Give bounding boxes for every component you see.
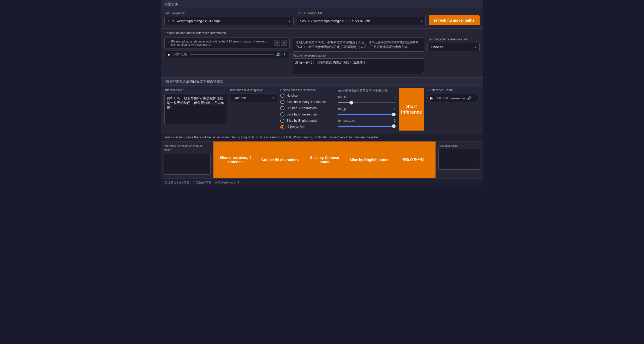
start-inference-group: Start inference xyxy=(399,88,424,131)
temperature-header: temperature 1 xyxy=(338,119,396,122)
audio-time: 0:00 / 0:03 xyxy=(173,53,188,56)
slice-4sent[interactable]: Slice once every 4 sentences xyxy=(280,100,335,104)
slicer-en-punct-button[interactable]: Slice by English punct xyxy=(347,142,391,178)
language-label: Language for reference audio xyxy=(427,38,480,41)
top-p-slider[interactable] xyxy=(338,114,396,115)
inference-row: Inference text Inference text language C… xyxy=(164,88,480,131)
app-container: 模型切换 GPT weight list GPT_weights/paimeng… xyxy=(161,0,483,187)
upload-hint: ♪ Please upload a reference audio within… xyxy=(164,38,290,48)
audio-progress-bar[interactable] xyxy=(190,54,274,55)
gpt-select-wrapper: GPT_weights/paimeng2-e100.ckpt xyxy=(164,17,294,25)
top-k-header: top_k 5 xyxy=(338,95,396,99)
gpt-weight-label: GPT weight list xyxy=(164,11,294,15)
slice-options: No slice Slice once every 4 sentences Cu… xyxy=(280,94,335,129)
slicer-info-text: Text slicer tool, since there will be is… xyxy=(164,136,379,139)
reference-text-area: 开启无参考文本模式。不填参考文本亦相当于开启。 使用无参考文本模式时建议使用微调… xyxy=(293,38,424,75)
inference-result-label: Inference Result xyxy=(431,88,453,92)
result-audio-time: 0:08 / 0:08 xyxy=(435,96,450,100)
radio-en-punct xyxy=(280,119,284,123)
slice-en-punct-label: Slice by English punct xyxy=(287,119,317,122)
top-k-slider[interactable] xyxy=(338,102,396,103)
start-inference-button[interactable]: Start inference xyxy=(399,88,424,131)
top-p-header: top_p 1 xyxy=(338,107,396,111)
model-section-header: 模型切换 xyxy=(161,0,483,8)
slicer-cn-punct-button[interactable]: Slice by Chinese punct xyxy=(302,142,347,178)
slice-cn-symbol[interactable]: 按标点符号切 xyxy=(280,125,335,129)
slice-group: How to slice the sentence No slice Slice… xyxy=(280,88,335,131)
sovits-weight-group: SoVITS weight list SoVITS_weights/paimen… xyxy=(297,11,426,25)
result-audio-player: ▶ 0:08 / 0:08 — 🔊 ⋮ xyxy=(427,94,480,102)
gpt-weight-select[interactable]: GPT_weights/paimeng2-e100.ckpt xyxy=(164,17,294,25)
top-k-value: 5 xyxy=(394,95,396,99)
result-volume-icon[interactable]: 🔊 xyxy=(467,96,472,100)
inference-lang-group: Inference text language Chinese xyxy=(230,88,277,131)
slicer-output-textarea[interactable] xyxy=(438,149,480,170)
language-select-wrapper: Chinese xyxy=(427,43,480,51)
inference-section-title: *请填写需要合成的目标文本和语种模式 xyxy=(164,79,223,83)
language-select[interactable]: Chinese xyxy=(427,43,480,51)
upload-edit-button[interactable]: ✎ xyxy=(274,40,280,46)
refresh-model-button[interactable]: refreshing model paths xyxy=(429,15,480,25)
slicer-info-bar: Text slicer tool, since there will be is… xyxy=(161,133,483,142)
music-result-icon: ♪ xyxy=(427,88,429,92)
inference-lang-select[interactable]: Chinese xyxy=(230,94,277,102)
language-group: Language for reference audio Chinese xyxy=(427,38,480,75)
reference-section-title: *Please upload and fill reference inform… xyxy=(164,31,480,35)
top-p-label: top_p xyxy=(338,107,346,111)
radio-50chars xyxy=(280,106,284,110)
slicer-input-area: Inference text that needs to be sliced xyxy=(161,142,213,178)
play-button[interactable]: ▶ xyxy=(168,52,171,57)
more-button[interactable]: ⋮ xyxy=(283,52,286,57)
reference-row: ♪ Please upload a reference audio within… xyxy=(164,38,480,75)
result-volume-button[interactable]: — xyxy=(462,96,466,100)
model-row: GPT weight list GPT_weights/paimeng2-e10… xyxy=(164,11,480,25)
slicer-output-label: Text after sliced xyxy=(438,144,480,147)
ref-text-label: Text for reference audio xyxy=(293,54,424,57)
reference-section: *Please upload and fill reference inform… xyxy=(161,29,483,78)
inference-text-input[interactable] xyxy=(164,94,227,125)
top-k-row: top_k 5 xyxy=(338,95,396,104)
slicer-output-area: Text after sliced xyxy=(436,142,483,178)
result-progress-fill xyxy=(451,98,460,99)
inference-text-label: Inference text xyxy=(164,88,227,92)
inference-section: Inference text Inference text language C… xyxy=(161,86,483,133)
top-p-row: top_p 1 xyxy=(338,107,396,116)
slice-cn-punct[interactable]: Slice by Chinese punct xyxy=(280,112,335,116)
result-more-button[interactable]: ⋮ xyxy=(473,96,477,100)
audio-upload-area: ♪ Please upload a reference audio within… xyxy=(164,38,290,75)
model-section-title: 模型切换 xyxy=(164,2,178,6)
upload-close-button[interactable]: ✕ xyxy=(281,40,287,46)
slice-no-slice-label: No slice xyxy=(287,94,298,97)
slice-cn-punct-label: Slice by Chinese punct xyxy=(287,113,318,116)
slice-no-slice[interactable]: No slice xyxy=(280,94,335,98)
sovits-select-wrapper: SoVITS_weights/paimeng2-e110_s159940.pth xyxy=(297,17,426,25)
upload-icons: ✎ ✕ xyxy=(274,40,287,46)
sovits-weight-select[interactable]: SoVITS_weights/paimeng2-e110_s159940.pth xyxy=(297,17,426,25)
slice-en-punct[interactable]: Slice by English punct xyxy=(280,119,335,123)
music-icon: ♪ xyxy=(167,40,169,44)
ref-text-input[interactable] xyxy=(293,58,424,74)
radio-no-slice xyxy=(280,94,284,98)
volume-button[interactable]: 🔊 xyxy=(276,52,281,57)
no-ref-text: 开启无参考文本模式。不填参考文本亦相当于开启。 使用无参考文本模式时建议使用微调… xyxy=(293,38,424,52)
result-play-button[interactable]: ▶ xyxy=(430,96,433,100)
slice-50chars[interactable]: Cut per 50 characters xyxy=(280,106,335,110)
top-p-value: 1 xyxy=(394,107,396,111)
slicer-50chars-button[interactable]: Cut per 50 characters xyxy=(258,142,302,178)
top-k-label: top_k xyxy=(338,95,346,99)
inference-lang-label: Inference text language xyxy=(230,88,277,92)
radio-4sent xyxy=(280,100,284,104)
sovits-weight-label: SoVITS weight list xyxy=(297,11,426,15)
slicer-4sent-button[interactable]: Slice once every 4 sentences xyxy=(213,142,258,178)
footer-bar: 后续将支持转音素、手工修改音素、语音合成分步执行。 xyxy=(161,178,483,187)
temperature-label: temperature xyxy=(338,119,355,122)
result-progress-bar[interactable] xyxy=(451,98,460,99)
temperature-slider[interactable] xyxy=(338,126,396,127)
gpt-params-group: gpt采样参数(无参考文本时不要太低): top_k 5 top_p 1 xyxy=(338,88,396,131)
slicer-input-textarea[interactable] xyxy=(164,154,211,175)
slice-cn-symbol-label: 按标点符号切 xyxy=(287,125,305,129)
result-header: ♪ Inference Result xyxy=(427,88,480,92)
temperature-value: 1 xyxy=(394,119,396,122)
slicer-cn-symbol-button[interactable]: 按标点符号切 xyxy=(391,142,436,178)
inference-text-group: Inference text xyxy=(164,88,227,131)
